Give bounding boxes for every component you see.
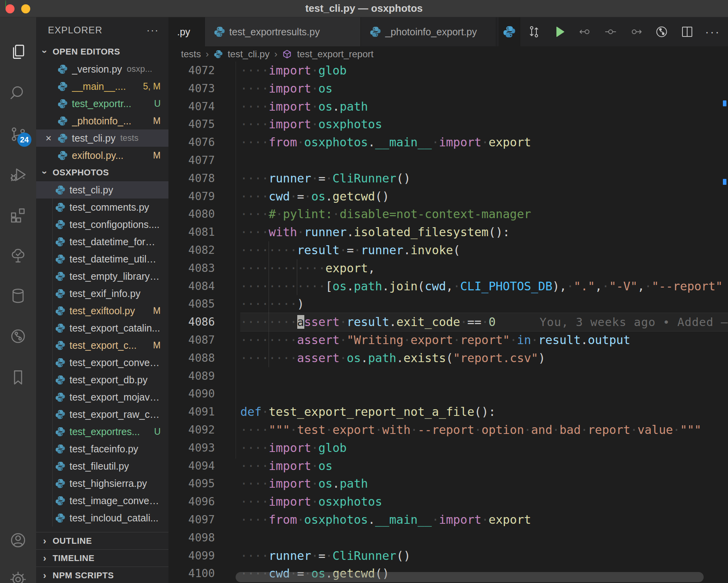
code-line[interactable]: 4081 ····with·runner.isolated_filesystem… [168,223,728,241]
open-editor-item[interactable]: _photoinfo_... M [36,112,168,129]
open-changes-icon[interactable] [526,24,542,40]
gitlens-icon[interactable] [7,325,29,347]
section-header-outline[interactable]: › OUTLINE [36,532,168,549]
tree-item[interactable]: test_export_catalin... [36,319,168,337]
line-number: 4098 [168,529,215,547]
code-line[interactable]: 4091 def·test_export_report_not_a_file()… [168,403,728,421]
zoom-window-button[interactable] [5,0,6,9]
code-line[interactable]: 4097 ····from·osxphotos.__main__·import·… [168,511,728,529]
explorer-more-actions-icon[interactable]: ··· [146,24,159,36]
code-line[interactable]: 4085 ········) [168,295,728,313]
breadcrumb-symbol[interactable]: test_export_report [297,49,373,60]
code-line[interactable]: 4099 ····runner·=·CliRunner() [168,547,728,565]
open-editor-item[interactable]: exiftool.py... M [36,147,168,164]
tree-item[interactable]: test_cli.py [36,181,168,199]
horizontal-scrollbar[interactable] [236,572,704,582]
run-python-file-icon[interactable] [551,24,568,40]
tree-item[interactable]: test_exif_info.py [36,285,168,302]
file-name: exiftool.py... [72,150,124,161]
database-icon[interactable] [7,285,29,307]
minimize-window-button[interactable] [21,4,30,13]
code-line[interactable]: 4098 [168,529,728,547]
tree-item[interactable]: test_exportres... U [36,423,168,440]
tree-item[interactable]: test_configoptions.... [36,216,168,233]
tree-item[interactable]: test_export_raw_ca... [36,406,168,423]
section-header-npm-scripts[interactable]: › NPM SCRIPTS [36,567,168,583]
toggle-blame-icon[interactable] [602,24,619,40]
code-line[interactable]: 4092 ····"""·test·export·with·--report·o… [168,421,728,439]
section-header-timeline[interactable]: › TIMELINE [36,549,168,567]
tree-item[interactable]: test_export_db.py [36,371,168,388]
open-editor-item[interactable]: _version.py osxp... [36,60,168,78]
open-editors-section-header[interactable]: › OPEN EDITORS [36,43,168,60]
bookmarks-icon[interactable] [7,366,29,388]
code-editor[interactable]: 4072 ····import·glob 4073 ····import·os … [168,62,728,583]
tree-item[interactable]: test_incloud_catali... [36,509,168,527]
tab-test-cli[interactable]: .py [168,17,205,46]
code-line[interactable]: 4093 ····import·glob [168,439,728,457]
code-line[interactable]: 4073 ····import·os [168,80,728,98]
tree-item[interactable]: test_datetime_utils.... [36,250,168,268]
code-line[interactable]: 4095 ····import·os.path [168,475,728,493]
code-line[interactable]: 4077 [168,151,728,169]
code-line[interactable]: 4087 ········assert·"Writing·export·repo… [168,331,728,349]
gitlens-graph-icon[interactable] [653,24,670,40]
close-window-button[interactable] [5,4,15,13]
code-line[interactable]: 4089 [168,367,728,385]
code-line[interactable]: 4072 ····import·glob [168,62,728,80]
tree-item[interactable]: test_fileutil.py [36,457,168,475]
tree-item[interactable]: test_faceinfo.py [36,440,168,457]
tree-item[interactable]: test_export_mojave... [36,388,168,406]
more-actions-icon[interactable]: ··· [704,24,721,40]
tree-item[interactable]: test_datetime_form... [36,233,168,250]
open-editor-item[interactable]: test_exportr... U [36,95,168,112]
code-line[interactable]: 4086 ········assert·result.exit_code·==·… [168,313,728,331]
code-line[interactable]: 4078 ····runner·=·CliRunner() [168,169,728,188]
tree-item[interactable]: test_comments.py [36,199,168,216]
code-line[interactable]: 4084 ············[os.path.join(cwd,·CLI_… [168,277,728,295]
code-line[interactable]: 4082 ········result·=·runner.invoke( [168,241,728,259]
open-editor-item[interactable]: __main__.... 5, M [36,78,168,95]
project-section-header[interactable]: › OSXPHOTOS [36,164,168,181]
tree-item[interactable]: test_empty_library_... [36,268,168,285]
open-editor-item[interactable]: × test_cli.py tests [36,129,168,147]
chevron-right-icon: › [274,49,277,60]
tree-item[interactable]: test_export_c... M [36,337,168,354]
next-change-icon[interactable] [628,24,644,40]
code-line[interactable]: 4088 ········assert·os.path.exists("repo… [168,349,728,367]
breadcrumb-folder[interactable]: tests [181,49,201,60]
code-line[interactable]: 4075 ····import·osxphotos [168,115,728,133]
tab-test-exportresults[interactable]: test_exportresults.py [205,17,361,46]
previous-change-icon[interactable] [577,24,593,40]
testing-tree-icon[interactable] [7,244,29,266]
python-file-icon [55,271,66,282]
code-line[interactable]: 4074 ····import·os.path [168,98,728,116]
code-line[interactable]: 4096 ····import·osxphotos [168,493,728,511]
extensions-icon[interactable] [7,204,29,226]
account-icon[interactable] [7,529,29,551]
search-icon[interactable] [7,82,29,104]
split-editor-icon[interactable] [679,24,695,40]
tree-item[interactable]: test_exiftool.py M [36,302,168,319]
settings-gear-icon[interactable] [7,568,29,583]
source-control-icon[interactable]: 24 [7,123,29,145]
code-line[interactable]: 4090 [168,385,728,403]
code-line[interactable]: 4079 ····cwd·=·os.getcwd() [168,188,728,206]
code-line[interactable]: 4094 ····import·os [168,457,728,475]
python-file-icon [55,496,66,506]
tree-item[interactable]: test_export_conver... [36,354,168,371]
git-status-badge: M [150,116,161,126]
python-extension-tab[interactable] [499,17,520,46]
line-number: 4083 [168,259,215,277]
breadcrumb-file[interactable]: test_cli.py [228,49,270,60]
tab-photoinfo-export[interactable]: _photoinfo_export.py [361,17,496,46]
run-and-debug-icon[interactable] [7,164,29,186]
tree-item[interactable]: test_image_convert... [36,492,168,509]
code-line[interactable]: 4083 ············export, [168,259,728,277]
tree-item[interactable]: test_highsierra.py [36,475,168,492]
code-line[interactable]: 4080 ····#·pylint:·disable=not-context-m… [168,205,728,223]
close-icon[interactable]: × [46,132,57,144]
explorer-icon[interactable] [7,41,29,63]
code-line[interactable]: 4076 ····from·osxphotos.__main__·import·… [168,133,728,151]
python-file-icon [55,426,66,437]
